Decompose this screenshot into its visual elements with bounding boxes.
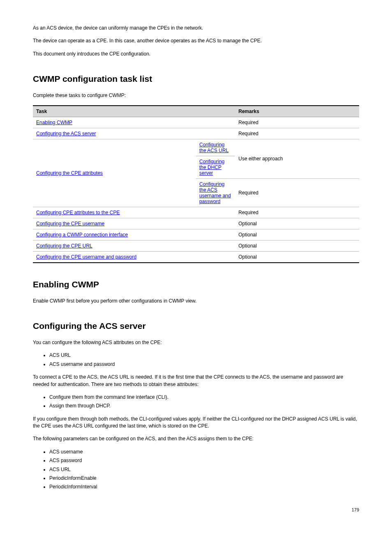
cell-remark: Optional (235, 229, 359, 240)
acs-list2: Configure them from the command line int… (33, 394, 359, 410)
acs-p2: To connect a CPE to the ACS, the ACS URL… (33, 374, 359, 388)
cell-remark: Optional (235, 251, 359, 263)
list-item: Configure them from the command line int… (49, 394, 359, 401)
link-cpe-attr-to-cpe[interactable]: Configuring CPE attributes to the CPE (36, 210, 120, 215)
list-item: ACS URL (49, 352, 359, 359)
list-item: PeriodicInformInterval (49, 483, 359, 490)
acs-p3: If you configure them through both metho… (33, 416, 359, 430)
cell-remark: Required (235, 128, 359, 139)
cell-remark: Use either approach (235, 139, 359, 178)
acs-p4: The following parameters can be configur… (33, 435, 359, 442)
table-row: Configuring the CPE username and passwor… (33, 251, 359, 263)
list-item: ACS URL (49, 466, 359, 473)
list-item: ACS password (49, 457, 359, 464)
link-cfg-cpe-attributes[interactable]: Configuring the CPE attributes (36, 170, 103, 176)
acs-list3: ACS username ACS password ACS URL Period… (33, 449, 359, 491)
heading-enabling-cwmp: Enabling CWMP (33, 280, 359, 289)
table-row: Configuring the ACS server Required (33, 128, 359, 139)
table-row: Configuring CPE attributes to the CPE Re… (33, 207, 359, 218)
list-item: PeriodicInformEnable (49, 475, 359, 482)
acs-list1: ACS URL ACS username and password (33, 352, 359, 368)
intro-p1: As an ACS device, the device can uniform… (33, 25, 359, 32)
th-task: Task (33, 106, 235, 117)
link-cfg-acs-server[interactable]: Configuring the ACS server (36, 131, 96, 136)
cell-remark: Optional (235, 218, 359, 229)
acs-p1: You can configure the following ACS attr… (33, 339, 359, 346)
heading-cfg-acs: Configuring the ACS server (33, 321, 359, 331)
link-cpe-url[interactable]: Configuring the CPE URL (36, 243, 92, 249)
table-row: Configuring the CPE username Optional (33, 218, 359, 229)
enabling-cwmp-p: Enable CWMP first before you perform oth… (33, 298, 359, 305)
link-cfg-acs-userpass[interactable]: Configuring the ACS username and passwor… (199, 181, 231, 204)
table-row: Configuring the CPE URL Optional (33, 240, 359, 251)
cell-remark: Optional (235, 240, 359, 251)
heading-cfg-task-list: CWMP configuration task list (33, 74, 359, 84)
cell-remark: Required (235, 207, 359, 218)
intro-p3: This document only introduces the CPE co… (33, 51, 359, 58)
link-cfg-dhcp[interactable]: Configuring the DHCP server (199, 159, 224, 176)
list-item: Assign them through DHCP. (49, 402, 359, 409)
link-enabling-cwmp[interactable]: Enabling CWMP (36, 120, 72, 125)
link-cpe-userpass[interactable]: Configuring the CPE username and passwor… (36, 254, 136, 260)
list-item: ACS username and password (49, 361, 359, 368)
page-number: 179 (33, 507, 359, 512)
link-cfg-acs-url[interactable]: Configuring the ACS URL (199, 142, 228, 153)
cell-remark: Required (235, 117, 359, 128)
list-item: ACS username (49, 449, 359, 456)
table-row: Configuring a CWMP connection interface … (33, 229, 359, 240)
th-remarks: Remarks (235, 106, 359, 117)
intro-p2: The device can operate as a CPE. In this… (33, 37, 359, 44)
cell-remark: Required (235, 178, 359, 207)
link-cpe-username[interactable]: Configuring the CPE username (36, 221, 104, 227)
cfg-task-table: Task Remarks Enabling CWMP Required Conf… (33, 105, 359, 263)
link-cwmp-conn-iface[interactable]: Configuring a CWMP connection interface (36, 232, 128, 238)
table-row: Enabling CWMP Required (33, 117, 359, 128)
cfg-task-list-intro: Complete these tasks to configure CWMP: (33, 92, 359, 99)
table-row: Configuring the CPE attributes Configuri… (33, 139, 359, 156)
